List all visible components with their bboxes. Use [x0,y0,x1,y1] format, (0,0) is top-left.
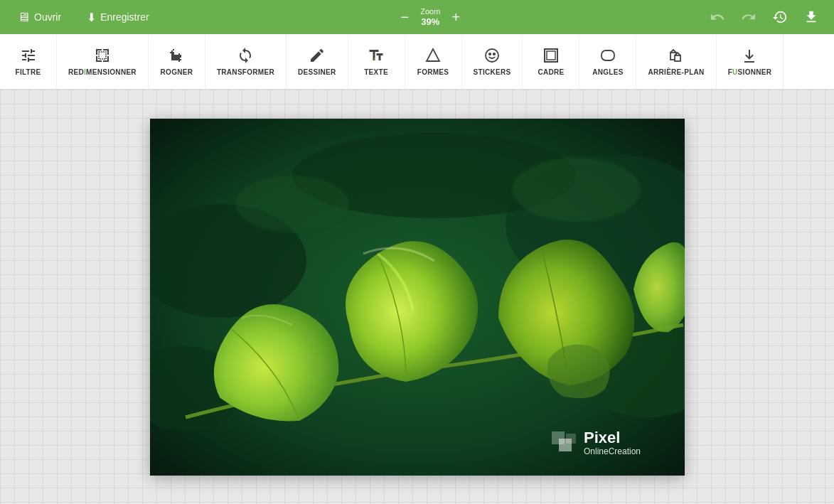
top-bar-left: 🖥 Ouvrir ⬇ Enregistrer [11,7,155,28]
texte-label: TEXTE [364,68,388,76]
svg-text:OnlineCreation: OnlineCreation [584,446,641,456]
svg-point-2 [486,49,498,62]
redo-button[interactable] [737,6,760,28]
toolbar: FILTRE REDIMENSIONNER ROGNER TRANSFORMER… [0,34,834,90]
svg-point-4 [493,53,495,55]
zoom-text-label: Zoom [420,7,440,16]
fusionner-icon [741,47,758,64]
tool-stickers[interactable]: STICKERS [462,34,523,89]
open-label: Ouvrir [34,11,61,23]
svg-text:Pixel: Pixel [584,429,620,446]
tool-rogner[interactable]: ROGNER [149,34,205,89]
top-bar: 🖥 Ouvrir ⬇ Enregistrer − Zoom 39% + [0,0,834,34]
svg-rect-9 [675,55,680,61]
tool-dessiner[interactable]: DESSINER [287,34,348,89]
svg-point-3 [489,53,491,55]
filtre-icon [20,47,37,64]
open-button[interactable]: 🖥 Ouvrir [11,7,67,28]
zoom-display: Zoom 39% [420,7,440,28]
history-button[interactable] [769,6,791,28]
tool-transformer[interactable]: TRANSFORMER [205,34,287,89]
svg-rect-6 [547,51,555,60]
canvas-area: Pixel OnlineCreation [0,90,834,504]
rogner-icon [168,47,185,64]
save-icon: ⬇ [87,11,96,24]
open-icon: 🖥 [17,10,30,25]
angles-label: ANGLES [592,68,623,76]
transformer-icon [237,47,254,64]
undo-icon [710,9,725,25]
cadre-icon [542,47,560,64]
tool-texte[interactable]: TEXTE [348,34,405,89]
history-icon [772,9,788,25]
tool-fusionner[interactable]: FUSIONNER [717,34,784,89]
zoom-out-button[interactable]: − [395,7,415,27]
fusionner-label: FUSIONNER [728,68,772,76]
svg-marker-1 [427,49,439,61]
formes-label: FORMES [417,68,449,76]
dessiner-icon [309,47,326,64]
tool-filtre[interactable]: FILTRE [0,34,57,89]
svg-rect-0 [99,52,106,59]
undo-button[interactable] [706,6,729,28]
redo-icon [741,9,757,25]
tool-formes[interactable]: FORMES [405,34,462,89]
zoom-controls: − Zoom 39% + [395,7,466,28]
top-bar-right [706,6,823,28]
tool-angles[interactable]: ANGLES [579,34,636,89]
svg-point-16 [235,176,349,232]
tool-cadre[interactable]: CADRE [523,34,579,89]
angles-icon [599,47,616,64]
save-label: Enregistrer [100,11,149,23]
zoom-value: 39% [420,16,440,28]
leaf-image: Pixel OnlineCreation [150,119,685,476]
svg-rect-20 [566,434,576,444]
tool-arriere-plan[interactable]: ARRIÈRE-PLAN [636,34,716,89]
redim-label: REDIMENSIONNER [68,68,137,76]
dessiner-label: DESSINER [298,68,336,76]
rogner-label: ROGNER [161,68,193,76]
transformer-label: TRANSFORMER [217,68,274,76]
texte-icon [368,47,385,64]
redim-icon [94,47,111,64]
download-icon [803,9,819,25]
arriere-plan-icon [668,47,685,64]
download-button[interactable] [800,6,823,28]
cadre-label: CADRE [538,68,564,76]
svg-point-17 [513,158,641,222]
tool-redimensionner[interactable]: REDIMENSIONNER [57,34,149,89]
image-container: Pixel OnlineCreation [150,119,685,476]
stickers-icon [483,47,501,64]
formes-icon [424,47,442,64]
zoom-in-button[interactable]: + [446,7,466,27]
stickers-label: STICKERS [474,68,511,76]
save-button[interactable]: ⬇ Enregistrer [81,8,154,27]
svg-rect-7 [602,50,614,60]
filtre-label: FILTRE [15,68,41,76]
arriere-plan-label: ARRIÈRE-PLAN [648,68,704,76]
